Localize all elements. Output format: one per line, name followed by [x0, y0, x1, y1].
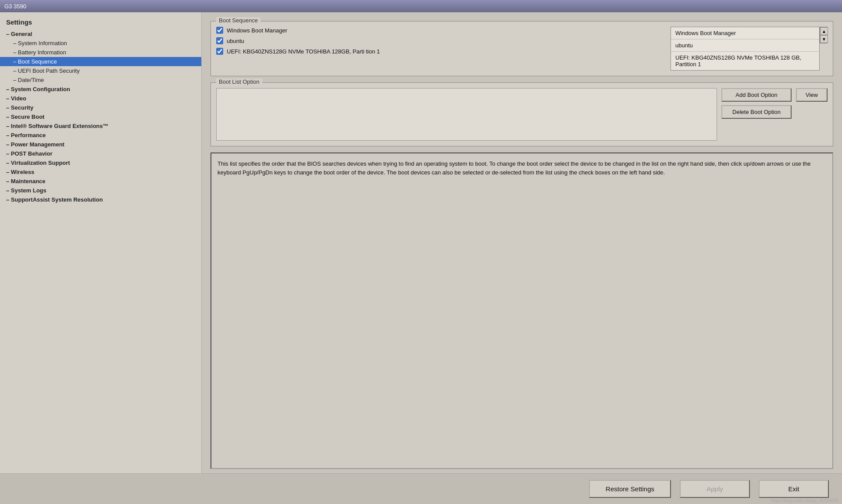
- sidebar-item-virtualization[interactable]: – Virtualization Support: [0, 158, 201, 167]
- delete-boot-option-button[interactable]: Delete Boot Option: [721, 105, 792, 119]
- description-box: This list specifies the order that the B…: [210, 153, 833, 469]
- boot-list-section: Boot List Option Add Boot Option Delete …: [210, 82, 833, 146]
- sidebar-item-sys-config[interactable]: – System Configuration: [0, 85, 201, 94]
- sidebar-item-performance[interactable]: – Performance: [0, 131, 201, 140]
- boot-list-inner: Add Boot Option Delete Boot Option View: [216, 88, 828, 141]
- sidebar-item-video[interactable]: – Video: [0, 94, 201, 103]
- bottom-bar: Restore Settings Apply Exit: [0, 473, 842, 504]
- boot-items-right-container: Windows Boot ManagerubuntuUEFI: KBG40ZNS…: [671, 27, 828, 71]
- sidebar-item-intel-sge[interactable]: – Intel® Software Guard Extensions™: [0, 121, 201, 131]
- boot-item-label-win-boot-mgr: Windows Boot Manager: [227, 27, 287, 34]
- add-boot-option-button[interactable]: Add Boot Option: [721, 88, 792, 102]
- boot-list-buttons: Add Boot Option Delete Boot Option: [721, 88, 792, 141]
- sidebar: Settings – General– System Information– …: [0, 12, 202, 504]
- sidebar-item-power-mgmt[interactable]: – Power Management: [0, 140, 201, 149]
- boot-item-uefi-ssd: UEFI: KBG40ZNS128G NVMe TOSHIBA 128GB, P…: [216, 48, 664, 55]
- scroll-up-button[interactable]: ▲: [820, 27, 828, 35]
- boot-items-right: Windows Boot ManagerubuntuUEFI: KBG40ZNS…: [671, 27, 820, 71]
- sidebar-item-battery-info[interactable]: – Battery Information: [0, 48, 201, 57]
- exit-button[interactable]: Exit: [759, 480, 829, 498]
- boot-sequence-section: Boot Sequence Windows Boot Managerubuntu…: [210, 21, 833, 76]
- boot-item-label-uefi-ssd: UEFI: KBG40ZNS128G NVMe TOSHIBA 128GB, P…: [227, 48, 380, 55]
- boot-checkbox-uefi-ssd[interactable]: [216, 48, 223, 55]
- boot-sequence-legend: Boot Sequence: [216, 17, 260, 24]
- view-button[interactable]: View: [796, 88, 828, 102]
- title-label: G3 3590: [4, 3, 26, 10]
- sidebar-item-supportassist[interactable]: – SupportAssist System Resolution: [0, 195, 201, 204]
- boot-list-legend: Boot List Option: [216, 78, 262, 85]
- boot-right-item-0[interactable]: Windows Boot Manager: [671, 27, 819, 39]
- description-text: This list specifies the order that the B…: [218, 160, 811, 176]
- sidebar-item-security[interactable]: – Security: [0, 103, 201, 112]
- sidebar-item-general[interactable]: – General: [0, 29, 201, 39]
- sidebar-item-boot-sequence[interactable]: – Boot Sequence: [0, 57, 201, 66]
- sidebar-item-secure-boot[interactable]: – Secure Boot: [0, 112, 201, 121]
- apply-button[interactable]: Apply: [680, 480, 750, 498]
- sidebar-title: Settings: [0, 17, 201, 29]
- sidebar-items-container: – General– System Information– Battery I…: [0, 29, 201, 204]
- restore-settings-button[interactable]: Restore Settings: [589, 480, 671, 498]
- boot-sequence-inner: Windows Boot ManagerubuntuUEFI: KBG40ZNS…: [216, 27, 828, 71]
- boot-item-win-boot-mgr: Windows Boot Manager: [216, 27, 664, 34]
- sidebar-item-system-logs[interactable]: – System Logs: [0, 186, 201, 195]
- boot-right-item-2[interactable]: UEFI: KBG40ZNS128G NVMe TOSHIBA 128 GB, …: [671, 52, 819, 70]
- boot-checkbox-win-boot-mgr[interactable]: [216, 27, 223, 34]
- boot-checkbox-ubuntu[interactable]: [216, 37, 223, 44]
- sidebar-item-wireless[interactable]: – Wireless: [0, 167, 201, 177]
- boot-list-area: [216, 88, 717, 141]
- sidebar-item-system-info[interactable]: – System Information: [0, 39, 201, 48]
- title-bar: G3 3590: [0, 0, 842, 12]
- boot-right-item-1[interactable]: ubuntu: [671, 39, 819, 52]
- boot-scrollbar: ▲ ▼: [820, 27, 828, 43]
- boot-item-ubuntu: ubuntu: [216, 37, 664, 44]
- main-container: Settings – General– System Information– …: [0, 12, 842, 504]
- boot-items-left: Windows Boot ManagerubuntuUEFI: KBG40ZNS…: [216, 27, 664, 55]
- sidebar-item-uefi-boot-path[interactable]: – UEFI Boot Path Security: [0, 66, 201, 75]
- watermark: https://blog.csdn.net/qq_46354688: [771, 498, 838, 503]
- scroll-down-button[interactable]: ▼: [820, 35, 828, 43]
- view-button-container: View: [796, 88, 828, 141]
- boot-item-label-ubuntu: ubuntu: [227, 38, 244, 44]
- sidebar-item-post-behavior[interactable]: – POST Behavior: [0, 149, 201, 158]
- sidebar-item-maintenance[interactable]: – Maintenance: [0, 177, 201, 186]
- sidebar-item-datetime[interactable]: – Date/Time: [0, 75, 201, 85]
- content-area: Boot Sequence Windows Boot Managerubuntu…: [202, 12, 842, 504]
